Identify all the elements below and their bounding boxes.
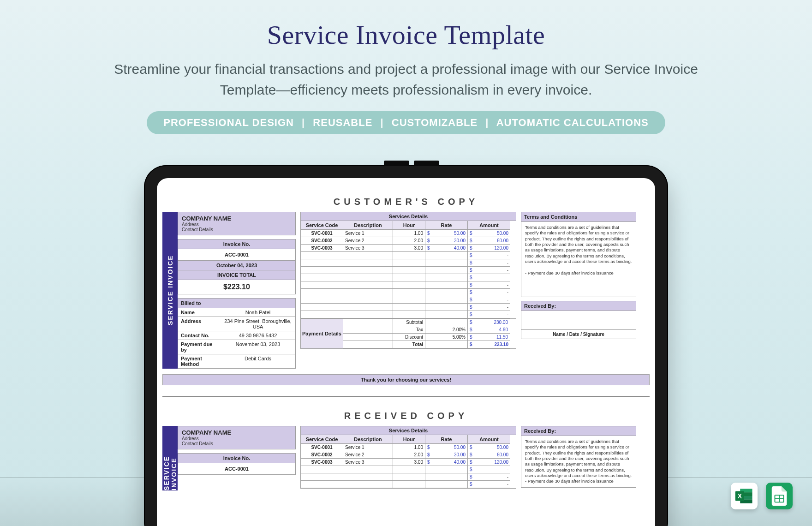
col-desc: Description: [343, 221, 393, 230]
service-row: SVC-0003Service 33.00$40.00$120.00: [301, 245, 516, 252]
cell-code: SVC-0002: [301, 237, 343, 245]
spreadsheet: CUSTOMER'S COPY SERVICE INVOICE COMPANY …: [157, 178, 655, 526]
thank-you-bar: Thank you for choosing our services!: [162, 374, 650, 385]
sidebar-label: SERVICE INVOICE: [162, 212, 178, 369]
invoice-total-label: INVOICE TOTAL: [178, 270, 296, 280]
terms-body-2: Terms and conditions are a set of guidel…: [521, 436, 636, 487]
received-by-space: [521, 311, 636, 329]
service-row-empty: $-: [301, 267, 516, 274]
cell-amount: $50.00: [468, 444, 510, 451]
cell-rate: $30.00: [425, 237, 468, 245]
summary-key: Tax: [393, 326, 425, 334]
page-title: Service Invoice Template: [0, 0, 812, 50]
promo-stage: Service Invoice Template Streamline your…: [0, 0, 812, 526]
billed-value: November 03, 2023: [221, 340, 295, 354]
services-column: Services Details Service Code Descriptio…: [300, 212, 516, 369]
services-title-2: Services Details: [301, 426, 516, 435]
cell-amount-dash: $-: [468, 289, 510, 296]
billed-key: Payment Method: [178, 354, 221, 368]
cell-desc: Service 3: [343, 245, 393, 252]
cell-amount-dash: $-: [468, 274, 510, 281]
billed-row: Payment MethodDebit Cards: [178, 354, 295, 368]
excel-icon: X: [731, 483, 758, 509]
company-block-2: COMPANY NAME Address Contact Details: [178, 426, 296, 449]
service-row-empty: $-: [301, 296, 516, 304]
invoice-no: ACC-0001: [178, 249, 296, 261]
services-title: Services Details: [301, 212, 516, 221]
received-copy: RECEIVED COPY SERVICE INVOICE COMPANY NA…: [162, 411, 650, 490]
cell-hour: 1.00: [393, 230, 425, 237]
service-row-empty: $-: [301, 304, 516, 311]
service-row-empty: $-: [301, 311, 516, 318]
sidebar-label-2: SERVICE INVOICE: [162, 426, 178, 490]
customer-copy-title: CUSTOMER'S COPY: [162, 197, 650, 207]
cell-code: SVC-0003: [301, 245, 343, 252]
divider-line: [162, 396, 650, 397]
service-row: SVC-0002Service 22.00$30.00$60.00: [301, 451, 516, 459]
google-sheets-icon: [766, 483, 793, 509]
billed-value: 49 30 9876 5432: [221, 331, 295, 340]
summary-val: $223.10: [468, 341, 510, 348]
cell-desc: Service 2: [343, 451, 393, 459]
cell-amount: $120.00: [468, 459, 510, 466]
invoice-left-column: COMPANY NAME Address Contact Details Inv…: [178, 212, 296, 369]
billed-row: Contact No.49 30 9876 5432: [178, 331, 295, 340]
summary-key: Total: [393, 341, 425, 348]
billed-block: Billed to NameNoah PatelAddress234 Pine …: [178, 298, 296, 369]
summary-key: Subtotal: [393, 319, 425, 326]
billed-title: Billed to: [178, 299, 295, 308]
col-hour: Hour: [393, 221, 425, 230]
col-code: Service Code: [301, 221, 343, 230]
summary-pct: 2.00%: [425, 326, 468, 334]
feature-pill: PROFESSIONAL DESIGN | REUSABLE | CUSTOMI…: [147, 111, 665, 134]
cell-code: SVC-0003: [301, 459, 343, 466]
received-by-box: Received By: Name / Date / Signature: [521, 301, 636, 339]
app-icons: X: [731, 483, 793, 509]
service-row-empty: $-: [301, 259, 516, 267]
service-row: SVC-0001Service 11.00$50.00$50.00: [301, 444, 516, 451]
cell-code: SVC-0001: [301, 230, 343, 237]
payment-label: Payment Details: [301, 319, 343, 348]
page-subtitle: Streamline your financial transactions a…: [88, 59, 724, 100]
service-row-empty: $-: [301, 274, 516, 281]
pill-sep: |: [376, 117, 388, 128]
service-row-empty: $-: [301, 473, 516, 481]
device-buttons: [384, 161, 439, 166]
service-row-empty: $-: [301, 466, 516, 473]
billed-value: Noah Patel: [221, 308, 295, 317]
service-row: SVC-0001Service 11.00$50.00$50.00: [301, 230, 516, 237]
cell-desc: Service 3: [343, 459, 393, 466]
company-block: COMPANY NAME Address Contact Details: [178, 212, 296, 235]
billed-row: Payment due byNovember 03, 2023: [178, 340, 295, 354]
cell-hour: 2.00: [393, 237, 425, 245]
terms-column: Terms and Conditions Terms and condition…: [521, 212, 636, 369]
pill-sep: |: [481, 117, 493, 128]
cell-hour: 3.00: [393, 245, 425, 252]
company-address: Address: [182, 222, 292, 227]
tablet-screen: CUSTOMER'S COPY SERVICE INVOICE COMPANY …: [157, 178, 655, 526]
cell-amount-dash: $-: [468, 473, 510, 481]
cell-code: SVC-0002: [301, 451, 343, 459]
service-row-empty: $-: [301, 252, 516, 259]
billed-key: Contact No.: [178, 331, 221, 340]
cell-code: SVC-0001: [301, 444, 343, 451]
cell-amount-dash: $-: [468, 466, 510, 473]
service-row-empty: $-: [301, 481, 516, 488]
summary-val: $11.50: [468, 334, 510, 341]
cell-amount-dash: $-: [468, 304, 510, 311]
invoice-left-column-2: COMPANY NAME Address Contact Details Inv…: [178, 426, 296, 490]
invoice-date: October 04, 2023: [178, 261, 296, 270]
cell-rate: $40.00: [425, 459, 468, 466]
svg-text:X: X: [738, 492, 742, 500]
feature-4: AUTOMATIC CALCULATIONS: [496, 117, 649, 128]
tablet-device: CUSTOMER'S COPY SERVICE INVOICE COMPANY …: [144, 165, 668, 526]
cell-desc: Service 1: [343, 444, 393, 451]
cell-amount: $60.00: [468, 237, 510, 245]
billed-key: Name: [178, 308, 221, 317]
cell-rate: $40.00: [425, 245, 468, 252]
cell-amount-dash: $-: [468, 481, 510, 488]
cell-amount: $50.00: [468, 230, 510, 237]
company-address-2: Address: [182, 436, 292, 441]
services-header-2: Service Code Description Hour Rate Amoun…: [301, 435, 516, 444]
cell-amount-dash: $-: [468, 259, 510, 267]
